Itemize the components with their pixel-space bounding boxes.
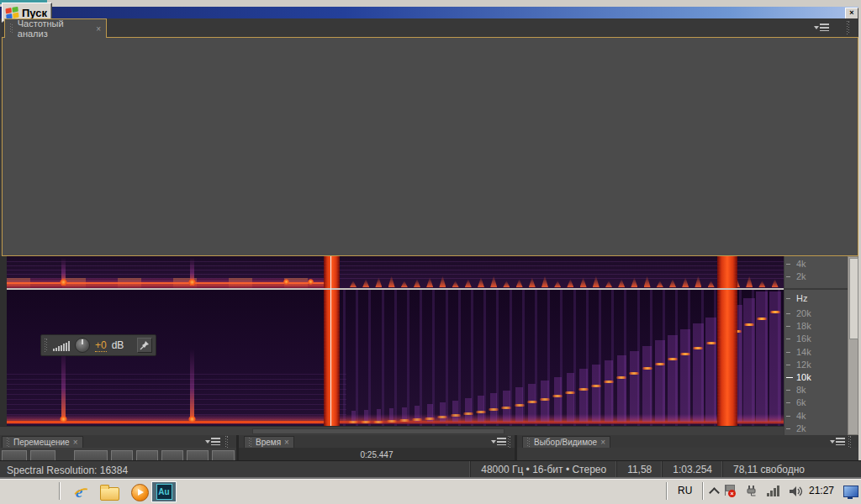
- monitor-icon: [843, 486, 858, 497]
- tab-frequency-analysis-label: Частотный анализ: [18, 18, 92, 39]
- time-panel-content: 0:25.447: [239, 448, 515, 460]
- panel-drag-grip-icon[interactable]: [847, 21, 850, 34]
- time-readout: 0:25.447: [239, 450, 515, 459]
- safely-remove-hardware-icon[interactable]: [745, 485, 758, 499]
- selection-panel-group: Выбор/Видимое ×: [517, 435, 858, 460]
- vertical-scrollbar[interactable]: [848, 256, 858, 435]
- freq-panel-body: [2, 37, 858, 256]
- spectrogram-left-margin: [0, 256, 7, 426]
- spectrogram-event-bar: [717, 256, 737, 426]
- scale-label-Hz: Hz: [784, 293, 848, 304]
- media-player-icon[interactable]: [129, 483, 150, 501]
- audition-task-button[interactable]: Au: [151, 481, 177, 502]
- freq-panel-tabstrip: [2, 18, 858, 37]
- action-center-flag-icon[interactable]: ×: [723, 484, 736, 497]
- window-top-edge: [0, 0, 861, 7]
- tab-transport[interactable]: Перемещение ×: [2, 436, 83, 448]
- widget-grip-icon[interactable]: [45, 339, 48, 352]
- transport-button[interactable]: [2, 450, 27, 460]
- gain-unit-label: dB: [112, 339, 124, 351]
- language-indicator[interactable]: RU: [678, 485, 692, 496]
- tab-selection-view[interactable]: Выбор/Видимое ×: [522, 436, 610, 448]
- windows-logo-icon: [5, 6, 18, 19]
- transport-button[interactable]: [161, 450, 183, 460]
- speaker-icon[interactable]: [789, 486, 803, 499]
- spectral-resolution-text: Spectral Resolution: 16384: [7, 465, 128, 476]
- internet-explorer-icon[interactable]: e: [69, 483, 89, 501]
- scale-label-6k: 6k: [784, 397, 848, 408]
- level-bars-icon: [53, 340, 70, 351]
- horizontal-scrollbar[interactable]: [0, 426, 784, 435]
- tab-close-icon[interactable]: ×: [600, 438, 605, 447]
- status-bar: Spectral Resolution: 16384 48000 Гц • 16…: [0, 460, 861, 479]
- channel-divider: [7, 288, 784, 290]
- transport-button[interactable]: [111, 450, 133, 460]
- horizontal-scrollbar-thumb[interactable]: [252, 428, 504, 434]
- scale-label-2k: 2k: [784, 423, 848, 434]
- show-desktop-button[interactable]: [842, 480, 859, 503]
- scale-label-2k: 2k: [784, 271, 848, 282]
- network-signal-icon[interactable]: [767, 485, 779, 496]
- transport-panel-group: Перемещение ×: [0, 435, 236, 460]
- clock[interactable]: 21:27: [809, 485, 834, 496]
- tab-grip-icon[interactable]: [249, 438, 252, 448]
- tab-close-icon[interactable]: ×: [284, 438, 289, 447]
- start-button-label: Пуск: [22, 7, 47, 19]
- scale-label-10k: 10k: [784, 372, 848, 383]
- tab-time[interactable]: Время ×: [244, 436, 294, 448]
- file-format-text: 48000 Гц • 16-бит • Стерео: [470, 461, 616, 480]
- vertical-scrollbar-thumb[interactable]: [849, 258, 858, 339]
- scale-label-18k: 18k: [784, 321, 848, 332]
- scale-label-4k: 4k: [784, 259, 848, 270]
- transport-button[interactable]: [74, 450, 108, 460]
- gain-knob[interactable]: [75, 338, 90, 353]
- transport-button[interactable]: [212, 450, 235, 460]
- gain-value[interactable]: +0: [95, 339, 107, 352]
- tab-close-icon[interactable]: ×: [96, 24, 101, 34]
- tab-close-icon[interactable]: ×: [73, 438, 78, 447]
- spectrogram-event-bar: [324, 256, 340, 426]
- audition-icon: Au: [156, 484, 172, 500]
- panel-menu-icon[interactable]: [491, 438, 506, 445]
- scale-label-16k: 16k: [784, 333, 848, 344]
- tab-grip-icon[interactable]: [7, 438, 10, 448]
- status-value-1: 11,58: [616, 461, 662, 480]
- time-panel-group: Время × 0:25.447: [239, 435, 515, 460]
- transport-button[interactable]: [30, 450, 55, 460]
- scale-label-4k: 4k: [784, 411, 848, 422]
- pin-button[interactable]: [137, 338, 152, 353]
- window-close-button[interactable]: ×: [845, 8, 858, 19]
- selection-panel-content: [517, 448, 858, 460]
- playhead-line[interactable]: [330, 256, 331, 426]
- screen: × Частотный анализ × Масштаб: Линейный О…: [0, 0, 861, 504]
- panel-menu-icon[interactable]: [814, 24, 829, 31]
- folder-icon[interactable]: [99, 483, 119, 501]
- scale-label-20k: 20k: [784, 308, 848, 319]
- status-value-2: 1:03.254: [662, 461, 722, 480]
- tab-frequency-analysis[interactable]: Частотный анализ ×: [4, 18, 107, 38]
- transport-button[interactable]: [187, 450, 209, 460]
- scale-label-14k: 14k: [784, 347, 848, 358]
- scale-label-12k: 12k: [784, 360, 848, 370]
- free-space-text: 78,11 свободно: [722, 461, 815, 480]
- tab-grip-icon[interactable]: [10, 24, 13, 34]
- panel-menu-icon[interactable]: [830, 438, 845, 445]
- window-titlebar: [0, 7, 861, 18]
- gain-overlay-widget[interactable]: +0 dB: [40, 334, 156, 356]
- pin-icon: [140, 340, 150, 350]
- spectrogram-frequency-scale[interactable]: 4k2kHz20k18k16k14k12k10k8k6k4k2k: [784, 256, 848, 435]
- tab-grip-icon[interactable]: [527, 438, 531, 448]
- transport-button[interactable]: [136, 450, 158, 460]
- panel-menu-icon[interactable]: [205, 438, 220, 445]
- scale-label-8k: 8k: [784, 385, 848, 396]
- transport-buttons-row: [0, 448, 236, 460]
